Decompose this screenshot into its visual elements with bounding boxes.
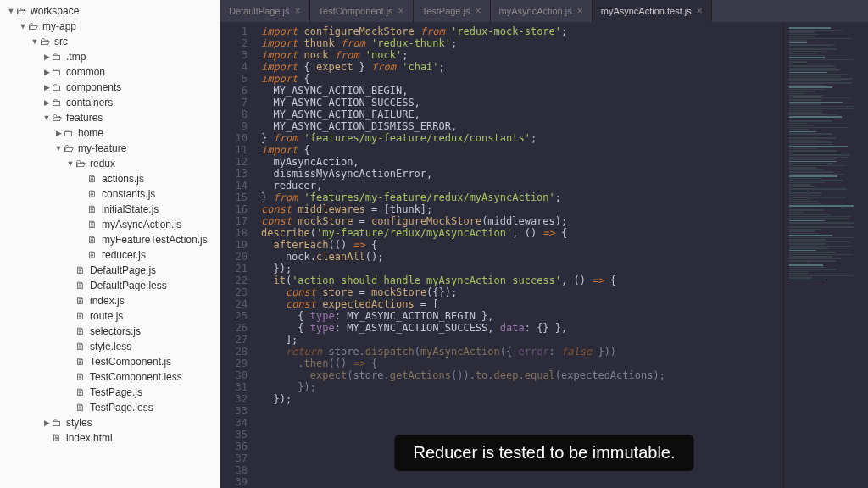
tree-item-DefaultPage-less[interactable]: 🗎DefaultPage.less [0,278,220,293]
tab-close-icon[interactable]: × [398,5,404,17]
file-icon: 🗎 [86,249,98,261]
tree-item-index-html[interactable]: 🗎index.html [0,430,220,446]
tree-item-myAsyncAction-js[interactable]: 🗎myAsyncAction.js [0,217,220,232]
folder-icon: 🗀 [63,127,75,139]
tree-label: reducer.js [102,249,146,261]
folder-icon: 🗀 [51,97,63,108]
tree-item-selectors-js[interactable]: 🗎selectors.js [0,324,220,339]
tree-item-workspace[interactable]: ▼🗁workspace [0,3,220,19]
tree-label: DefaultPage.js [90,264,156,276]
tree-arrow-icon[interactable]: ▶ [42,98,51,107]
tree-item-redux[interactable]: ▼🗁redux [0,156,220,171]
tree-label: src [54,36,68,47]
tree-arrow-icon[interactable]: ▼ [42,114,51,122]
tab-myAsyncAction-test-js[interactable]: myAsyncAction.test.js× [593,0,712,22]
folder-open-icon: 🗁 [27,20,39,32]
tree-label: myAsyncAction.js [102,219,181,230]
tree-item-index-js[interactable]: 🗎index.js [0,293,220,308]
tree-label: components [66,81,121,93]
file-icon: 🗎 [75,295,86,307]
tree-label: styles [66,417,92,429]
folder-icon: 🗀 [51,66,63,78]
tree-label: common [66,66,105,78]
tree-item-reducer-js[interactable]: 🗎reducer.js [0,247,220,263]
tree-item-my-app[interactable]: ▼🗁my-app [0,19,220,34]
tree-item-features[interactable]: ▼🗁features [0,110,220,125]
tree-item-my-feature[interactable]: ▼🗁my-feature [0,141,220,156]
tree-label: .tmp [66,51,86,63]
tab-close-icon[interactable]: × [697,5,703,17]
file-icon: 🗎 [75,325,86,337]
tab-DefaultPage-js[interactable]: DefaultPage.js× [220,0,310,22]
tree-item-TestComponent-less[interactable]: 🗎TestComponent.less [0,369,220,385]
tree-item-src[interactable]: ▼🗁src [0,34,220,49]
tree-item-home[interactable]: ▶🗀home [0,125,220,141]
tree-arrow-icon[interactable]: ▼ [7,7,15,15]
tree-label: myFeatureTestAction.js [102,234,208,246]
file-icon: 🗎 [75,402,86,413]
file-icon: 🗎 [75,341,86,352]
tree-label: TestComponent.js [90,356,171,368]
code-editor[interactable]: 1234567891011121314151617181920212223242… [220,22,868,488]
caption-overlay: Reducer is tested to be immutable. [394,435,693,471]
tree-item--tmp[interactable]: ▶🗀.tmp [0,49,220,64]
file-icon: 🗎 [86,188,98,200]
tab-myAsyncAction-js[interactable]: myAsyncAction.js× [491,0,593,22]
folder-open-icon: 🗁 [51,112,63,124]
tab-label: myAsyncAction.js [499,6,572,16]
tab-close-icon[interactable]: × [577,5,583,17]
tree-item-style-less[interactable]: 🗎style.less [0,339,220,354]
tree-item-initialState-js[interactable]: 🗎initialState.js [0,202,220,217]
tree-arrow-icon[interactable]: ▶ [42,68,51,76]
tree-item-styles[interactable]: ▶🗀styles [0,415,220,430]
tree-item-TestPage-js[interactable]: 🗎TestPage.js [0,385,220,400]
tree-arrow-icon[interactable]: ▶ [42,53,51,61]
tree-item-myFeatureTestAction-js[interactable]: 🗎myFeatureTestAction.js [0,232,220,247]
file-icon: 🗎 [75,371,86,383]
tree-item-DefaultPage-js[interactable]: 🗎DefaultPage.js [0,263,220,278]
tree-item-common[interactable]: ▶🗀common [0,64,220,80]
file-icon: 🗎 [75,356,86,368]
file-icon: 🗎 [86,219,98,230]
tree-label: containers [66,97,113,108]
tree-item-route-js[interactable]: 🗎route.js [0,308,220,324]
folder-open-icon: 🗁 [15,5,27,17]
tree-label: route.js [90,310,123,322]
tab-label: myAsyncAction.test.js [601,6,692,16]
tree-label: selectors.js [90,325,141,337]
tree-label: TestPage.less [90,402,153,413]
tree-arrow-icon[interactable]: ▼ [19,22,27,30]
folder-icon: 🗀 [51,51,63,63]
tree-item-containers[interactable]: ▶🗀containers [0,95,220,110]
file-icon: 🗎 [86,173,98,185]
tree-arrow-icon[interactable]: ▼ [54,144,63,152]
tree-item-TestPage-less[interactable]: 🗎TestPage.less [0,400,220,415]
tree-item-actions-js[interactable]: 🗎actions.js [0,171,220,186]
tree-arrow-icon[interactable]: ▼ [31,37,39,46]
tab-TestPage-js[interactable]: TestPage.js× [414,0,491,22]
tab-close-icon[interactable]: × [295,5,301,17]
tree-item-TestComponent-js[interactable]: 🗎TestComponent.js [0,354,220,369]
tree-arrow-icon[interactable]: ▶ [42,83,51,92]
file-icon: 🗎 [75,264,86,276]
file-icon: 🗎 [75,280,86,291]
tree-item-constants-js[interactable]: 🗎constants.js [0,186,220,202]
tree-label: home [78,127,103,139]
file-icon: 🗎 [86,234,98,246]
file-tree-sidebar[interactable]: ▼🗁workspace▼🗁my-app▼🗁src▶🗀.tmp▶🗀common▶🗀… [0,0,220,488]
tree-arrow-icon[interactable]: ▶ [54,129,63,137]
tree-label: my-app [42,20,76,32]
code-content[interactable]: import configureMockStore from 'redux-mo… [254,22,783,488]
tab-close-icon[interactable]: × [476,5,481,17]
folder-icon: 🗀 [51,81,63,93]
tab-label: TestPage.js [422,6,470,16]
tree-arrow-icon[interactable]: ▼ [66,159,75,168]
tree-label: redux [90,158,115,169]
minimap[interactable] [783,22,868,488]
tab-TestComponent-js[interactable]: TestComponent.js× [310,0,414,22]
tree-arrow-icon[interactable]: ▶ [42,419,51,427]
tree-item-components[interactable]: ▶🗀components [0,80,220,95]
tab-bar: DefaultPage.js×TestComponent.js×TestPage… [220,0,868,22]
folder-open-icon: 🗁 [63,142,75,154]
folder-open-icon: 🗁 [75,158,86,169]
